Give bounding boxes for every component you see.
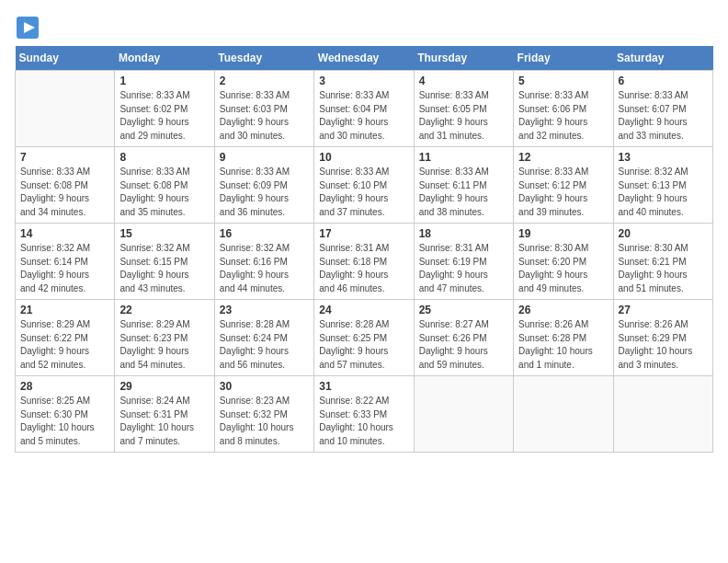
day-info: Sunrise: 8:27 AM Sunset: 6:26 PM Dayligh…	[419, 318, 508, 372]
week-row-4: 21Sunrise: 8:29 AM Sunset: 6:22 PM Dayli…	[16, 300, 713, 376]
header-monday: Monday	[115, 46, 214, 71]
day-number: 4	[419, 75, 508, 87]
calendar-cell: 20Sunrise: 8:30 AM Sunset: 6:21 PM Dayli…	[613, 224, 712, 300]
calendar-cell: 12Sunrise: 8:33 AM Sunset: 6:12 PM Dayli…	[514, 147, 613, 224]
day-number: 26	[518, 304, 608, 316]
day-number: 13	[619, 151, 708, 164]
day-info: Sunrise: 8:33 AM Sunset: 6:09 PM Dayligh…	[220, 166, 309, 219]
day-info: Sunrise: 8:30 AM Sunset: 6:20 PM Dayligh…	[518, 242, 608, 295]
day-info: Sunrise: 8:29 AM Sunset: 6:22 PM Dayligh…	[20, 318, 109, 372]
calendar-cell: 1Sunrise: 8:33 AM Sunset: 6:02 PM Daylig…	[115, 71, 214, 147]
day-number: 9	[220, 151, 309, 164]
calendar-cell: 21Sunrise: 8:29 AM Sunset: 6:22 PM Dayli…	[16, 300, 115, 376]
day-info: Sunrise: 8:33 AM Sunset: 6:12 PM Dayligh…	[518, 166, 608, 219]
week-row-5: 28Sunrise: 8:25 AM Sunset: 6:30 PM Dayli…	[16, 376, 713, 453]
day-number: 21	[20, 304, 109, 316]
day-info: Sunrise: 8:30 AM Sunset: 6:21 PM Dayligh…	[619, 242, 708, 295]
day-number: 23	[220, 304, 309, 316]
day-number: 30	[220, 380, 309, 393]
calendar-table: SundayMondayTuesdayWednesdayThursdayFrid…	[15, 46, 713, 453]
calendar-cell: 19Sunrise: 8:30 AM Sunset: 6:20 PM Dayli…	[514, 224, 613, 300]
day-info: Sunrise: 8:33 AM Sunset: 6:08 PM Dayligh…	[119, 166, 209, 219]
calendar-cell: 22Sunrise: 8:29 AM Sunset: 6:23 PM Dayli…	[115, 300, 214, 376]
day-number: 2	[220, 75, 309, 87]
day-info: Sunrise: 8:33 AM Sunset: 6:05 PM Dayligh…	[419, 89, 508, 143]
days-header-row: SundayMondayTuesdayWednesdayThursdayFrid…	[16, 46, 713, 71]
logo	[15, 15, 44, 40]
day-info: Sunrise: 8:28 AM Sunset: 6:25 PM Dayligh…	[319, 318, 408, 372]
day-number: 31	[319, 380, 408, 393]
day-info: Sunrise: 8:31 AM Sunset: 6:18 PM Dayligh…	[319, 242, 408, 295]
day-number: 29	[119, 380, 209, 393]
day-number: 24	[319, 304, 408, 316]
header-sunday: Sunday	[16, 46, 115, 71]
day-info: Sunrise: 8:32 AM Sunset: 6:15 PM Dayligh…	[119, 242, 209, 295]
day-number: 7	[20, 151, 109, 164]
calendar-cell: 10Sunrise: 8:33 AM Sunset: 6:10 PM Dayli…	[314, 147, 414, 224]
day-info: Sunrise: 8:32 AM Sunset: 6:16 PM Dayligh…	[220, 242, 309, 295]
header-thursday: Thursday	[414, 46, 513, 71]
day-info: Sunrise: 8:33 AM Sunset: 6:08 PM Dayligh…	[20, 166, 109, 219]
day-number: 16	[220, 227, 309, 240]
day-number: 1	[119, 75, 209, 87]
calendar-cell: 5Sunrise: 8:33 AM Sunset: 6:06 PM Daylig…	[514, 71, 613, 147]
day-info: Sunrise: 8:33 AM Sunset: 6:04 PM Dayligh…	[319, 89, 408, 143]
calendar-cell: 18Sunrise: 8:31 AM Sunset: 6:19 PM Dayli…	[414, 224, 513, 300]
calendar-cell: 28Sunrise: 8:25 AM Sunset: 6:30 PM Dayli…	[16, 376, 115, 453]
day-number: 5	[518, 75, 608, 87]
day-info: Sunrise: 8:28 AM Sunset: 6:24 PM Dayligh…	[220, 318, 309, 372]
day-number: 19	[518, 227, 608, 240]
header-wednesday: Wednesday	[314, 46, 414, 71]
day-info: Sunrise: 8:32 AM Sunset: 6:14 PM Dayligh…	[20, 242, 109, 295]
calendar-cell: 30Sunrise: 8:23 AM Sunset: 6:32 PM Dayli…	[214, 376, 313, 453]
week-row-3: 14Sunrise: 8:32 AM Sunset: 6:14 PM Dayli…	[16, 224, 713, 300]
day-info: Sunrise: 8:33 AM Sunset: 6:07 PM Dayligh…	[619, 89, 708, 143]
day-info: Sunrise: 8:33 AM Sunset: 6:10 PM Dayligh…	[319, 166, 408, 219]
day-number: 8	[119, 151, 209, 164]
day-info: Sunrise: 8:24 AM Sunset: 6:31 PM Dayligh…	[119, 395, 209, 448]
day-info: Sunrise: 8:33 AM Sunset: 6:02 PM Dayligh…	[119, 89, 209, 143]
day-info: Sunrise: 8:33 AM Sunset: 6:03 PM Dayligh…	[220, 89, 309, 143]
day-number: 25	[419, 304, 508, 316]
day-number: 18	[419, 227, 508, 240]
calendar-cell	[514, 376, 613, 453]
day-number: 14	[20, 227, 109, 240]
calendar-cell: 16Sunrise: 8:32 AM Sunset: 6:16 PM Dayli…	[214, 224, 313, 300]
logo-icon	[15, 15, 40, 40]
day-number: 28	[20, 380, 109, 393]
calendar-cell	[414, 376, 513, 453]
day-info: Sunrise: 8:32 AM Sunset: 6:13 PM Dayligh…	[619, 166, 708, 219]
calendar-cell: 31Sunrise: 8:22 AM Sunset: 6:33 PM Dayli…	[314, 376, 414, 453]
day-number: 10	[319, 151, 408, 164]
day-number: 17	[319, 227, 408, 240]
day-info: Sunrise: 8:26 AM Sunset: 6:29 PM Dayligh…	[619, 318, 708, 372]
calendar-cell	[613, 376, 712, 453]
day-number: 20	[619, 227, 708, 240]
day-info: Sunrise: 8:33 AM Sunset: 6:11 PM Dayligh…	[419, 166, 508, 219]
day-number: 22	[119, 304, 209, 316]
day-info: Sunrise: 8:23 AM Sunset: 6:32 PM Dayligh…	[220, 395, 309, 448]
calendar-cell: 8Sunrise: 8:33 AM Sunset: 6:08 PM Daylig…	[115, 147, 214, 224]
week-row-2: 7Sunrise: 8:33 AM Sunset: 6:08 PM Daylig…	[16, 147, 713, 224]
day-number: 11	[419, 151, 508, 164]
header-saturday: Saturday	[613, 46, 712, 71]
calendar-cell: 14Sunrise: 8:32 AM Sunset: 6:14 PM Dayli…	[16, 224, 115, 300]
day-info: Sunrise: 8:31 AM Sunset: 6:19 PM Dayligh…	[419, 242, 508, 295]
calendar-cell: 25Sunrise: 8:27 AM Sunset: 6:26 PM Dayli…	[414, 300, 513, 376]
day-info: Sunrise: 8:26 AM Sunset: 6:28 PM Dayligh…	[518, 318, 608, 372]
day-info: Sunrise: 8:22 AM Sunset: 6:33 PM Dayligh…	[319, 395, 408, 448]
day-number: 12	[518, 151, 608, 164]
calendar-cell: 2Sunrise: 8:33 AM Sunset: 6:03 PM Daylig…	[214, 71, 313, 147]
calendar-cell: 27Sunrise: 8:26 AM Sunset: 6:29 PM Dayli…	[613, 300, 712, 376]
calendar-cell	[16, 71, 115, 147]
calendar-cell: 4Sunrise: 8:33 AM Sunset: 6:05 PM Daylig…	[414, 71, 513, 147]
page-header	[15, 15, 713, 40]
calendar-cell: 9Sunrise: 8:33 AM Sunset: 6:09 PM Daylig…	[214, 147, 313, 224]
day-info: Sunrise: 8:33 AM Sunset: 6:06 PM Dayligh…	[518, 89, 608, 143]
day-number: 6	[619, 75, 708, 87]
day-number: 27	[619, 304, 708, 316]
calendar-cell: 24Sunrise: 8:28 AM Sunset: 6:25 PM Dayli…	[314, 300, 414, 376]
day-info: Sunrise: 8:25 AM Sunset: 6:30 PM Dayligh…	[20, 395, 109, 448]
calendar-cell: 26Sunrise: 8:26 AM Sunset: 6:28 PM Dayli…	[514, 300, 613, 376]
calendar-cell: 3Sunrise: 8:33 AM Sunset: 6:04 PM Daylig…	[314, 71, 414, 147]
